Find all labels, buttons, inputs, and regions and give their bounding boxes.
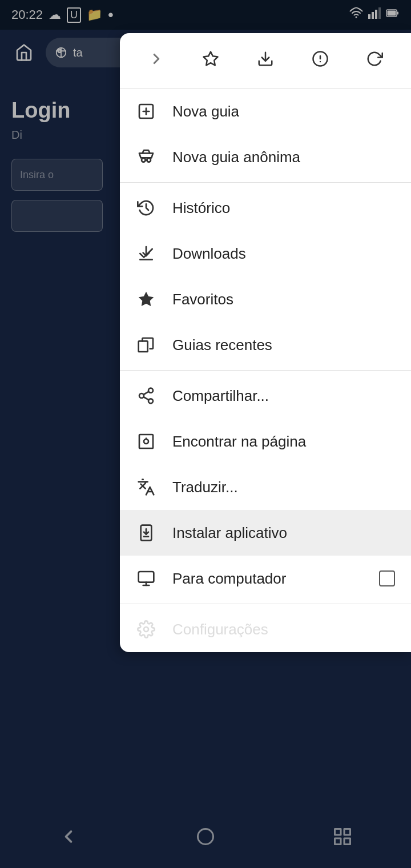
divider-3	[120, 604, 411, 604]
menu-item-configuracoes[interactable]: Configurações	[120, 606, 411, 652]
traduzir-label: Traduzir...	[172, 479, 395, 496]
desktop-icon	[136, 568, 156, 589]
divider-2	[120, 370, 411, 371]
menu-item-guias-recentes[interactable]: Guias recentes	[120, 322, 411, 368]
incognito-icon	[136, 147, 156, 167]
menu-item-traduzir[interactable]: Traduzir...	[120, 464, 411, 510]
bookmark-button[interactable]	[195, 45, 227, 77]
menu-item-nova-guia[interactable]: Nova guia	[120, 89, 411, 134]
svg-rect-36	[139, 572, 154, 582]
translate-icon	[136, 477, 156, 497]
menu-item-encontrar-pagina[interactable]: Encontrar na página	[120, 419, 411, 464]
reload-button[interactable]	[358, 45, 390, 77]
context-menu: Nova guia Nova guia anônima Histórico	[120, 33, 411, 652]
menu-toolbar	[120, 33, 411, 89]
historico-label: Histórico	[172, 199, 395, 217]
para-computador-label: Para computador	[172, 570, 363, 588]
share-icon	[136, 385, 156, 406]
download-toolbar-button[interactable]	[249, 45, 281, 77]
forward-button[interactable]	[140, 45, 172, 77]
gear-icon	[136, 619, 156, 640]
svg-rect-24	[139, 341, 148, 352]
info-button[interactable]	[304, 45, 336, 77]
divider-1	[120, 182, 411, 183]
forward-icon	[148, 50, 165, 71]
para-computador-checkbox[interactable]	[379, 570, 395, 586]
download-toolbar-icon	[257, 50, 274, 71]
compartilhar-label: Compartilhar...	[172, 387, 395, 405]
instalar-aplicativo-label: Instalar aplicativo	[172, 524, 395, 542]
nova-guia-anonima-label: Nova guia anônima	[172, 148, 395, 166]
star-icon	[136, 289, 156, 310]
bookmark-star-icon	[202, 50, 219, 71]
svg-marker-23	[139, 292, 154, 306]
encontrar-pagina-label: Encontrar na página	[172, 433, 395, 451]
configuracoes-label: Configurações	[172, 621, 395, 638]
svg-point-39	[144, 627, 148, 632]
menu-item-historico[interactable]: Histórico	[120, 185, 411, 231]
menu-item-para-computador[interactable]: Para computador	[120, 556, 411, 601]
nova-guia-label: Nova guia	[172, 103, 395, 120]
svg-rect-30	[139, 435, 153, 448]
menu-item-nova-guia-anonima[interactable]: Nova guia anônima	[120, 134, 411, 180]
plus-square-icon	[136, 101, 156, 122]
svg-point-31	[144, 439, 148, 444]
info-icon	[312, 50, 329, 71]
favoritos-label: Favoritos	[172, 291, 395, 308]
install-app-icon	[136, 523, 156, 543]
find-page-icon	[136, 431, 156, 452]
downloads-label: Downloads	[172, 245, 395, 263]
history-icon	[136, 198, 156, 218]
download-check-icon	[136, 243, 156, 264]
menu-item-downloads[interactable]: Downloads	[120, 231, 411, 276]
guias-recentes-label: Guias recentes	[172, 336, 395, 354]
menu-item-favoritos[interactable]: Favoritos	[120, 276, 411, 322]
svg-line-28	[143, 397, 148, 400]
menu-item-instalar-aplicativo[interactable]: Instalar aplicativo	[120, 510, 411, 556]
menu-item-compartilhar[interactable]: Compartilhar...	[120, 373, 411, 419]
svg-marker-11	[204, 51, 218, 65]
reload-icon	[366, 50, 383, 71]
recent-tabs-icon	[136, 335, 156, 355]
svg-line-29	[143, 392, 148, 395]
